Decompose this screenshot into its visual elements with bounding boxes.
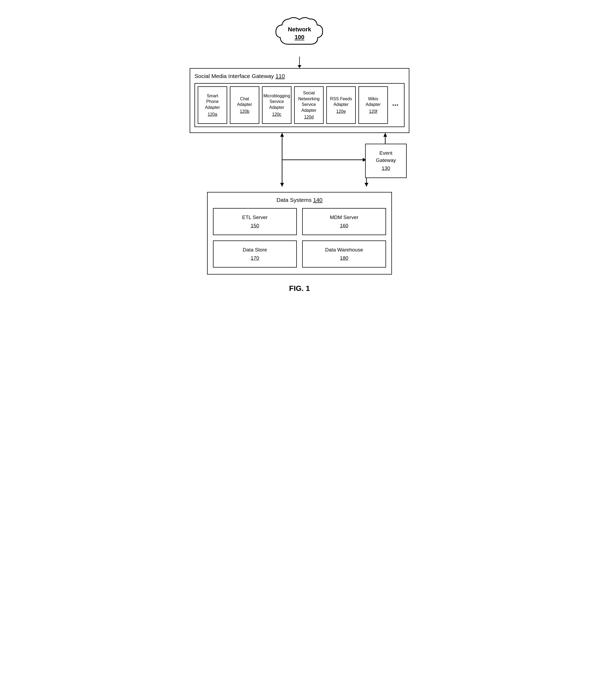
data-systems-box: Data Systems 140 ETL Server 150 MDM Serv… [207, 192, 392, 275]
figure-label: FIG. 1 [289, 284, 310, 293]
network-cloud: Network 100 [270, 11, 329, 56]
svg-marker-1 [280, 133, 284, 137]
arrow-network-to-smig [297, 56, 302, 68]
etl-server-box: ETL Server 150 [213, 208, 297, 235]
arrow-segment [297, 56, 302, 68]
data-warehouse-box: Data Warehouse 180 [302, 241, 386, 268]
servers-grid: ETL Server 150 MDM Server 160 Data Store… [213, 208, 386, 268]
adapter-microblogging: MicrobloggingServiceAdapter 120c [262, 86, 291, 124]
data-store-box: Data Store 170 [213, 241, 297, 268]
connector-area: EventGateway 130 [190, 133, 409, 192]
mdm-server-box: MDM Server 160 [302, 208, 386, 235]
adapter-socialnetworking: SocialNetworkingServiceAdapter 120d [294, 86, 323, 124]
diagram: Network 100 Social Media Interface Gatew… [184, 11, 415, 293]
data-systems-title: Data Systems 140 [213, 197, 386, 203]
network-label: Network 100 [288, 26, 311, 41]
event-gateway-box: EventGateway 130 [365, 144, 407, 178]
svg-marker-6 [383, 133, 387, 137]
more-dots: ··· [391, 86, 400, 124]
adapter-chat: ChatAdapter 120b [230, 86, 259, 124]
adapter-smartphone: Smart PhoneAdapter 120a [198, 86, 227, 124]
arrowhead-down [297, 65, 302, 68]
v-line [299, 56, 300, 65]
smig-box: Social Media Interface Gateway 110 Smart… [190, 68, 409, 133]
adapter-wikis: WikisAdapter 120f [359, 86, 388, 124]
adapters-row: Smart PhoneAdapter 120a ChatAdapter 120b… [194, 83, 405, 127]
svg-marker-2 [280, 183, 284, 186]
svg-marker-8 [365, 183, 368, 186]
smig-title: Social Media Interface Gateway 110 [194, 73, 405, 79]
adapter-rss: RSS FeedsAdapter 120e [326, 86, 356, 124]
